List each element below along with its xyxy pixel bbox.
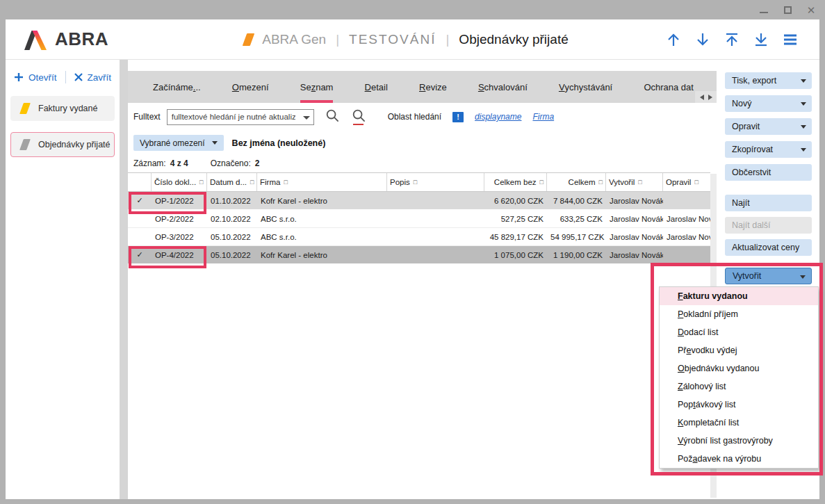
menu-item-fakturu-vydanou[interactable]: Fakturu vydanou — [660, 287, 818, 305]
tab-vychystavani[interactable]: Vychystávání — [559, 71, 612, 103]
maximize-button[interactable] — [782, 4, 793, 15]
table-row[interactable]: OP-2/2022 02.10.2022 ABC s.r.o. 527,25 C… — [128, 210, 710, 228]
find-button[interactable]: Najít — [725, 195, 812, 211]
close-icon: ✕ — [807, 5, 816, 15]
tab-bar: Začínáme... Omezení Seznam Detail Revize… — [128, 71, 717, 103]
app-slash-icon — [243, 33, 255, 46]
table-row[interactable]: ✓ OP-1/2022 01.10.2022 Kofr Karel - elek… — [128, 192, 710, 210]
tab-omezeni[interactable]: Omezení — [232, 71, 269, 103]
table-header-row: Číslo dokl...□ Datum d...□ Firma□ Popis□… — [128, 172, 710, 192]
sidebar-item-faktury-vydane[interactable]: Faktury vydané — [10, 96, 115, 121]
print-export-button[interactable]: Tisk, export — [725, 72, 812, 89]
app-header: ABRA ABRA Gen | TESTOVÁNÍ | Objednávky p… — [6, 19, 819, 60]
record-label: Záznam: — [133, 158, 166, 168]
plus-icon — [14, 72, 24, 82]
row-checkmark: ✓ — [128, 250, 152, 259]
copy-button[interactable]: Zkopírovat — [725, 141, 812, 158]
menu-item-dodaci-list[interactable]: Dodací list — [660, 323, 818, 341]
abra-logo: ABRA — [24, 29, 149, 51]
sort-box-icon[interactable]: □ — [284, 179, 287, 186]
menu-item-zalohovy-list[interactable]: Zálohový list — [660, 377, 818, 396]
column-header-check[interactable] — [128, 173, 152, 191]
sort-box-icon[interactable]: □ — [414, 179, 417, 186]
menu-item-poptavkovy-list[interactable]: Poptávkový list — [660, 396, 818, 414]
tab-seznam[interactable]: Seznam — [300, 71, 334, 103]
chevron-down-icon — [801, 102, 806, 106]
column-header-firma[interactable]: Firma□ — [257, 173, 387, 191]
new-button[interactable]: Nový — [725, 95, 812, 112]
search-area-label: Oblast hledání — [388, 112, 441, 122]
edit-button[interactable]: Opravit — [725, 118, 812, 135]
menu-item-kompletacni-list[interactable]: Kompletační list — [660, 414, 818, 432]
menu-item-pozadavek-na-vyrobu[interactable]: Požadavek na výrobu — [660, 450, 818, 468]
window-border — [0, 19, 6, 504]
menu-item-vyrobni-list-gastrovyroby[interactable]: Výrobní list gastrovýroby — [660, 432, 818, 450]
record-status-bar: Záznam: 4 z 4 Označeno: 2 — [133, 158, 259, 168]
yellow-slash-icon — [19, 103, 31, 114]
column-header-vytvoril[interactable]: Vytvořil□ — [606, 173, 663, 191]
menu-item-prevodku-vydej[interactable]: Převodku výdej — [660, 341, 818, 359]
menu-icon[interactable] — [781, 31, 799, 48]
selected-restriction-button[interactable]: Vybrané omezení — [133, 135, 224, 151]
open-agenda-label: Otevřít — [28, 72, 57, 83]
sort-box-icon[interactable]: □ — [599, 179, 603, 186]
fulltext-input[interactable] — [168, 113, 295, 121]
agenda-sidebar: Otevřít Zavřít Faktury vydané Objednávky… — [6, 60, 120, 499]
window-border — [0, 499, 825, 504]
search-icon[interactable] — [325, 108, 341, 125]
tab-zaciname[interactable]: Začínáme... — [153, 71, 201, 103]
tab-detail[interactable]: Detail — [365, 71, 388, 103]
tab-schvalovani[interactable]: Schvalování — [478, 71, 528, 103]
separator: | — [336, 32, 339, 47]
field-link-firma[interactable]: Firma — [532, 112, 554, 122]
record-count: 4 z 4 — [170, 158, 188, 168]
divider — [65, 71, 66, 83]
table-row[interactable]: ✓ OP-4/2022 05.10.2022 Kofr Karel - elek… — [128, 246, 710, 264]
menu-item-pokladni-prijem[interactable]: Pokladní příjem — [660, 305, 818, 323]
sort-box-icon[interactable]: □ — [250, 179, 254, 186]
x-icon — [74, 73, 83, 81]
chevron-down-icon — [212, 141, 218, 145]
sort-box-icon[interactable]: □ — [540, 179, 544, 186]
chevron-down-icon[interactable] — [303, 116, 310, 120]
move-first-icon[interactable] — [723, 31, 740, 48]
column-header-opravil[interactable]: Opravil□ — [663, 173, 710, 191]
search-marked-icon[interactable] — [352, 108, 367, 125]
sort-box-icon[interactable]: □ — [199, 179, 203, 186]
move-last-icon[interactable] — [752, 31, 769, 48]
move-down-icon[interactable] — [694, 31, 711, 48]
separator: | — [446, 32, 449, 47]
marked-label: Označeno: — [211, 158, 251, 168]
column-header-datum[interactable]: Datum d...□ — [207, 173, 257, 191]
row-checkmark: ✓ — [128, 196, 152, 205]
window-titlebar[interactable]: ✕ — [0, 0, 825, 19]
sidebar-item-objednavky-prijate[interactable]: Objednávky přijaté — [10, 132, 115, 157]
table-row[interactable]: OP-3/2022 05.10.2022 ABC s.r.o. 45 829,1… — [128, 228, 710, 246]
column-header-popis[interactable]: Popis□ — [387, 173, 484, 191]
column-header-celkem[interactable]: Celkem□ — [547, 173, 606, 191]
page-title: Objednávky přijaté — [459, 32, 568, 47]
sort-box-icon[interactable]: □ — [638, 179, 642, 186]
move-up-icon[interactable] — [664, 31, 682, 48]
open-agenda-button[interactable]: Otevřít — [14, 72, 57, 83]
menu-item-objednavku-vydanou[interactable]: Objednávku vydanou — [660, 359, 818, 377]
create-dropdown-menu: Fakturu vydanou Pokladní příjem Dodací l… — [659, 286, 819, 469]
column-header-cislo[interactable]: Číslo dokl...□ — [152, 173, 207, 191]
tab-scroll-left-icon[interactable] — [700, 95, 704, 100]
sidebar-splitter[interactable] — [120, 60, 128, 499]
minimize-button[interactable] — [758, 4, 769, 15]
marked-count: 2 — [255, 158, 260, 168]
tab-ochrana-dat[interactable]: Ochrana dat — [644, 71, 694, 103]
fulltext-label: Fulltext — [133, 112, 161, 122]
create-button[interactable]: Vytvořit — [725, 268, 812, 284]
column-header-celkem-bez[interactable]: Celkem bez□ — [484, 173, 547, 191]
field-link-displayname[interactable]: displayname — [475, 112, 521, 122]
tab-scroll-right-icon[interactable] — [708, 95, 712, 100]
close-agenda-button[interactable]: Zavřít — [74, 72, 112, 83]
update-prices-button[interactable]: Aktualizovat ceny — [725, 239, 812, 256]
close-button[interactable]: ✕ — [806, 4, 817, 15]
refresh-button[interactable]: Občerstvit — [725, 164, 812, 181]
fulltext-combobox[interactable] — [167, 109, 314, 125]
tab-revize[interactable]: Revize — [419, 71, 447, 103]
sort-box-icon[interactable]: □ — [694, 179, 698, 186]
